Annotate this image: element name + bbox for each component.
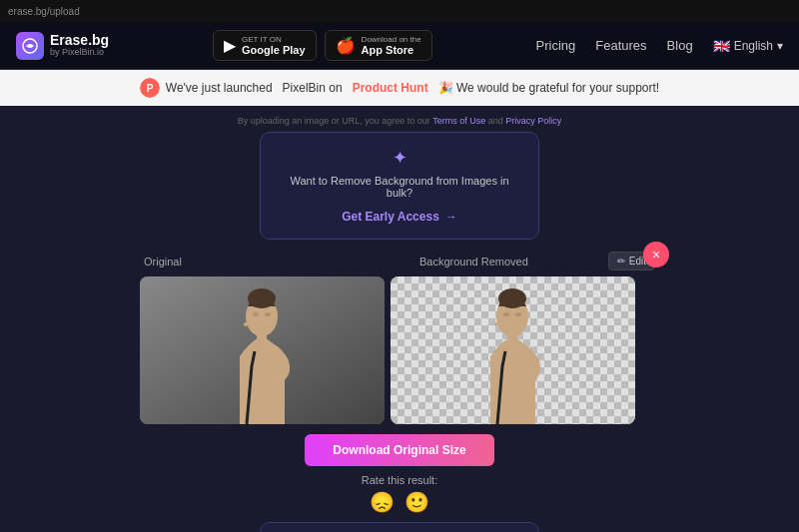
results-labels: Original Background Removed ✏ Edit <box>140 252 659 270</box>
google-play-button[interactable]: ▶ GET IT ON Google Play <box>213 30 317 61</box>
svg-point-8 <box>253 312 259 316</box>
early-access-card-bottom: ✦ Want to Remove Background from Images … <box>260 522 539 532</box>
flag-icon: 🇬🇧 <box>713 38 730 54</box>
main-content: By uploading an image or URL, you agree … <box>0 106 799 532</box>
chevron-down-icon: ▾ <box>777 39 783 53</box>
logo-main: Erase.bg <box>50 33 109 48</box>
privacy-link[interactable]: Privacy Policy <box>505 116 561 126</box>
download-section: Download Original Size <box>305 434 493 466</box>
ph-text-after: 🎉 We would be grateful for your support! <box>438 81 660 95</box>
early-access-label-top: Get Early Access <box>342 210 439 224</box>
ph-text-before: We've just launched <box>166 81 273 95</box>
rating-text: Rate this result: <box>362 474 437 486</box>
blog-link[interactable]: Blog <box>667 38 693 53</box>
tos-area: By uploading an image or URL, you agree … <box>238 116 562 126</box>
tos-and: and <box>488 116 503 126</box>
edit-icon: ✏ <box>617 256 625 266</box>
ph-product-name: PixelBin on <box>283 81 343 95</box>
logo-text: Erase.bg by PixelBin.io <box>50 33 109 58</box>
download-label: Download Original Size <box>333 443 465 457</box>
bg-removed-label: Background Removed <box>419 256 528 267</box>
app-store-label: Download on the <box>362 35 421 44</box>
tos-link[interactable]: Terms of Use <box>432 116 485 126</box>
nav-links: Pricing Features Blog 🇬🇧 English ▾ <box>536 38 783 54</box>
bulk-text-top: Want to Remove Background from Images in… <box>277 175 522 199</box>
svg-point-19 <box>503 312 509 316</box>
app-store-name: App Store <box>362 44 421 56</box>
store-buttons: ▶ GET IT ON Google Play 🍎 Download on th… <box>213 30 432 61</box>
google-play-name: Google Play <box>242 44 306 56</box>
google-play-label: GET IT ON <box>242 35 306 44</box>
product-hunt-banner: P We've just launched PixelBin on Produc… <box>0 70 799 106</box>
original-label: Original <box>144 256 182 267</box>
logo-area: Erase.bg by PixelBin.io <box>16 32 109 60</box>
early-access-button-top[interactable]: Get Early Access → <box>342 210 457 224</box>
ph-link[interactable]: Product Hunt <box>353 81 428 95</box>
images-row <box>140 276 659 424</box>
tos-text: By uploading an image or URL, you agree … <box>238 116 430 126</box>
early-access-arrow-top: → <box>445 210 457 224</box>
pricing-link[interactable]: Pricing <box>536 38 576 53</box>
bg-removed-image <box>391 276 635 424</box>
emoji-row: 😞 🙂 <box>362 490 437 514</box>
app-store-button[interactable]: 🍎 Download on the App Store <box>325 30 432 61</box>
logo-icon <box>16 32 44 60</box>
ph-avatar: P <box>140 78 160 98</box>
results-section: × Original Background Removed ✏ Edit <box>140 252 659 424</box>
svg-point-21 <box>494 322 498 326</box>
close-icon: × <box>652 247 660 263</box>
features-link[interactable]: Features <box>595 38 646 53</box>
early-access-card-top: ✦ Want to Remove Background from Images … <box>260 132 539 240</box>
url-bar: erase.bg/upload <box>0 0 799 22</box>
google-play-icon: ▶ <box>224 36 236 55</box>
svg-point-10 <box>244 322 248 326</box>
language-label: English <box>734 39 773 53</box>
svg-text:P: P <box>146 83 153 94</box>
apple-icon: 🍎 <box>336 36 356 55</box>
url-text: erase.bg/upload <box>8 6 80 17</box>
navbar: Erase.bg by PixelBin.io ▶ GET IT ON Goog… <box>0 22 799 70</box>
sad-emoji-button[interactable]: 😞 <box>370 490 395 514</box>
sad-emoji: 😞 <box>370 491 395 513</box>
bulk-icon: ✦ <box>277 147 522 169</box>
svg-point-9 <box>265 312 271 316</box>
original-image <box>140 276 385 424</box>
happy-emoji: 🙂 <box>404 491 429 513</box>
svg-point-20 <box>515 312 521 316</box>
logo-sub: by PixelBin.io <box>50 48 109 58</box>
language-selector[interactable]: 🇬🇧 English ▾ <box>713 38 783 54</box>
close-button[interactable]: × <box>643 242 669 267</box>
happy-emoji-button[interactable]: 🙂 <box>404 490 429 514</box>
download-button[interactable]: Download Original Size <box>305 434 493 466</box>
rating-section: Rate this result: 😞 🙂 <box>362 474 437 514</box>
